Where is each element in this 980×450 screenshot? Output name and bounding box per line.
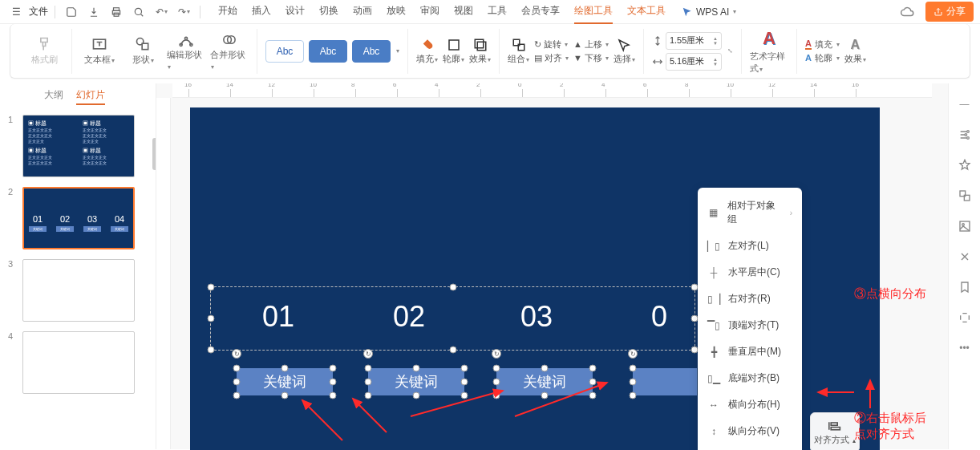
shape-outline-button[interactable]: 轮廓▾ — [443, 38, 464, 65]
style-more-icon[interactable]: ▾ — [396, 47, 399, 55]
tab-view[interactable]: 视图 — [454, 0, 473, 24]
textbox-button[interactable]: 文本框▾ — [80, 32, 119, 71]
text-outline-button[interactable]: A轮廓▾ — [805, 52, 840, 64]
slide-number-1[interactable]: 01 — [262, 300, 294, 334]
select-button[interactable]: 选择▾ — [614, 38, 635, 65]
slides-tab[interactable]: 幻灯片 — [76, 88, 105, 105]
shape-button[interactable]: 形状▾ — [124, 32, 162, 71]
menu-align-middle-v[interactable]: ╋垂直居中(M) — [698, 339, 802, 365]
rotate-button[interactable]: ↻旋转▾ — [534, 39, 569, 51]
slide-thumbnail-1[interactable]: ▣ 标题正文正文正文正文正文正文正文正文 ▣ 标题正文正文正文正文正文正文正文正… — [22, 115, 135, 177]
svg-point-7 — [180, 43, 182, 46]
slide-thumbnail-2[interactable]: 01关键词 02关键词 03关键词 04关键词 — [22, 187, 135, 249]
shape-style-preset-3[interactable]: Abc — [352, 40, 391, 63]
menu-align-top[interactable]: ▔▯顶端对齐(T) — [698, 312, 802, 339]
rail-image-icon[interactable] — [957, 218, 973, 234]
width-input[interactable]: 5.16厘米▲▼ — [666, 53, 722, 71]
tab-drawing-tools[interactable]: 绘图工具 — [574, 0, 613, 24]
menu-distribute-h[interactable]: ↔横向分布(H) — [698, 391, 802, 418]
edit-shape-button[interactable]: 编辑形状▾ — [167, 32, 205, 71]
tab-review[interactable]: 审阅 — [420, 0, 439, 24]
floating-align-button[interactable]: 对齐方式 ▴ — [810, 412, 860, 450]
rotate-handle-icon[interactable]: ↻ — [363, 349, 373, 359]
print-icon[interactable] — [107, 2, 126, 22]
menu-equal-height[interactable]: ⇕等高(E) — [698, 444, 802, 450]
svg-rect-12 — [449, 40, 459, 50]
tab-animation[interactable]: 动画 — [353, 0, 372, 24]
menu-align-center-h[interactable]: ┼水平居中(C) — [698, 259, 802, 286]
save-icon[interactable] — [62, 2, 81, 22]
tab-slideshow[interactable]: 放映 — [387, 0, 406, 24]
share-button[interactable]: 分享 — [925, 2, 974, 22]
svg-point-9 — [184, 37, 187, 39]
file-menu[interactable]: 文件 — [29, 5, 48, 18]
tab-insert[interactable]: 插入 — [252, 0, 271, 24]
text-fill-button[interactable]: A填充▾ — [805, 39, 840, 51]
text-effect-button[interactable]: A效果▾ — [844, 38, 866, 65]
menu-relative-to-group[interactable]: ▦相对于对象组› — [698, 193, 802, 233]
menubar: ☰ 文件 ↶▾ ↷▾ 开始 插入 设计 切换 动画 放映 审阅 视图 工具 会员… — [0, 0, 980, 24]
svg-rect-6 — [142, 43, 148, 49]
outline-tab[interactable]: 大纲 — [44, 88, 63, 105]
rail-more-icon[interactable]: ••• — [957, 340, 973, 356]
slide-thumbnail-4[interactable] — [22, 331, 135, 394]
export-icon[interactable] — [84, 2, 103, 22]
size-launcher-icon[interactable]: ⤡ — [727, 47, 733, 55]
move-up-button[interactable]: ▲上移▾ — [573, 39, 609, 51]
thumb-index: 2 — [8, 187, 16, 197]
thumb-index: 3 — [8, 259, 16, 269]
tab-text-tools[interactable]: 文本工具 — [627, 0, 666, 24]
menu-align-left[interactable]: ▏▯左对齐(L) — [698, 233, 802, 259]
menu-align-bottom[interactable]: ▯▁底端对齐(B) — [698, 365, 802, 391]
preview-icon[interactable] — [129, 2, 148, 22]
shape-style-preset-1[interactable]: Abc — [265, 40, 304, 63]
annotation-text-3a: ②右击鼠标后 — [854, 411, 926, 426]
wps-ai-button[interactable]: WPS AI▾ — [682, 6, 736, 18]
rail-minus-icon[interactable]: — — [957, 96, 973, 112]
rail-collapse-icon[interactable] — [957, 310, 973, 326]
format-painter-button[interactable]: 格式刷 — [25, 32, 63, 71]
tab-tools[interactable]: 工具 — [488, 0, 507, 24]
svg-rect-23 — [831, 423, 837, 425]
thumb-index: 1 — [8, 115, 16, 124]
height-input[interactable]: 1.55厘米▲▼ — [666, 32, 722, 50]
tab-member[interactable]: 会员专享 — [521, 0, 560, 24]
redo-icon[interactable]: ↷▾ — [174, 2, 193, 22]
group-button[interactable]: 组合▾ — [508, 38, 529, 65]
shape-style-preset-2[interactable]: Abc — [309, 40, 347, 63]
slide-number-3[interactable]: 03 — [520, 300, 553, 334]
annotation-text-3b: 点对齐方式 — [854, 427, 914, 442]
align-button[interactable]: ▤对齐▾ — [534, 52, 569, 64]
cloud-icon[interactable] — [898, 2, 917, 22]
svg-line-18 — [353, 399, 387, 432]
svg-rect-24 — [831, 427, 840, 429]
rail-settings-icon[interactable] — [957, 127, 973, 143]
combine-shape-button[interactable]: 合并形状▾ — [210, 32, 249, 71]
scrollbar-thumb[interactable] — [152, 138, 156, 170]
rotate-handle-icon[interactable]: ↻ — [232, 349, 241, 359]
shape-fill-button[interactable]: 填充▾ — [416, 38, 438, 65]
rotate-handle-icon[interactable]: ↻ — [628, 349, 638, 359]
slide-number-2[interactable]: 02 — [393, 300, 425, 334]
svg-point-26 — [966, 131, 969, 133]
slide-canvas[interactable]: 16 14 12 10 8 6 4 2 0 2 4 6 8 10 12 14 1… — [156, 83, 948, 449]
rotate-handle-icon[interactable]: ↻ — [492, 349, 501, 359]
tab-design[interactable]: 设计 — [285, 0, 305, 24]
menu-align-right[interactable]: ▯▕右对齐(R) — [698, 286, 802, 312]
rail-star-icon[interactable] — [957, 157, 973, 173]
undo-icon[interactable]: ↶▾ — [152, 2, 171, 22]
slide-thumbnail-3[interactable] — [22, 259, 135, 322]
slide-number-4[interactable]: 0 — [651, 300, 667, 334]
rail-shape-icon[interactable] — [957, 188, 973, 204]
tab-transition[interactable]: 切换 — [319, 0, 338, 24]
svg-point-32 — [962, 224, 964, 226]
move-down-button[interactable]: ▼下移▾ — [573, 52, 609, 64]
wordart-style-button[interactable]: A 艺术字样式▾ — [750, 32, 788, 71]
shape-effect-button[interactable]: 效果▾ — [469, 38, 491, 65]
horizontal-ruler: 16 14 12 10 8 6 4 2 0 2 4 6 8 10 12 14 1… — [172, 83, 932, 98]
menu-distribute-v[interactable]: ↕纵向分布(V) — [698, 418, 802, 444]
tab-start[interactable]: 开始 — [218, 0, 237, 24]
rail-tools-icon[interactable] — [957, 249, 973, 265]
hamburger-icon[interactable]: ☰ — [6, 2, 26, 22]
rail-bookmark-icon[interactable] — [957, 279, 973, 295]
